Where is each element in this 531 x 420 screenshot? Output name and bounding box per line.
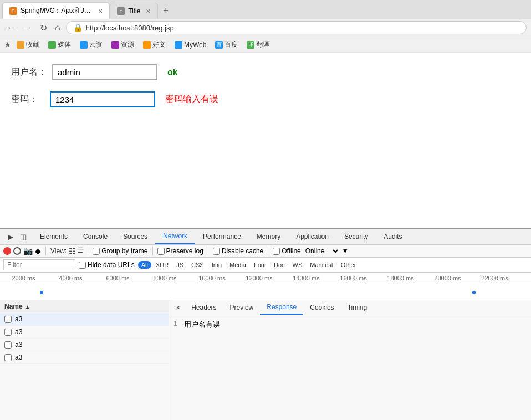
- filter-tag-all[interactable]: All: [138, 261, 151, 269]
- devtools-select-icon[interactable]: ▶: [6, 231, 16, 243]
- bookmark-fanyi[interactable]: 译 翻译: [243, 39, 273, 50]
- filter-tag-doc[interactable]: Doc: [270, 261, 288, 269]
- timeline-labels: 2000 ms 4000 ms 6000 ms 8000 ms 10000 ms…: [0, 273, 531, 283]
- bookmark-label-1: 收藏: [26, 40, 39, 49]
- timeline-label-7: 16000 ms: [330, 275, 377, 281]
- view-grid-button[interactable]: ☷: [69, 247, 76, 255]
- filter-tag-other[interactable]: Other: [338, 261, 360, 269]
- timeline-dot-1: [40, 291, 43, 294]
- request-checkbox-0[interactable]: [4, 316, 12, 323]
- address-url[interactable]: http://localhost:8080/reg.jsp: [86, 24, 519, 32]
- tab-close-1[interactable]: ×: [98, 7, 103, 16]
- bookmark-myweb[interactable]: MyWeb: [171, 40, 210, 50]
- password-input[interactable]: [50, 91, 155, 107]
- detail-tab-response[interactable]: Response: [260, 300, 303, 315]
- bookmark-label-5: 好文: [152, 40, 166, 49]
- tab-close-2[interactable]: ×: [146, 7, 150, 16]
- timeline-dot-2: [472, 291, 476, 294]
- tab-security[interactable]: Security: [336, 229, 376, 244]
- throttle-select[interactable]: Online Offline Slow 3G Fast 3G: [303, 247, 340, 255]
- bookmark-yunzi[interactable]: 云资: [76, 39, 106, 50]
- filter-tag-css[interactable]: CSS: [188, 261, 207, 269]
- bookmark-label-3: 云资: [89, 40, 103, 49]
- stop-button[interactable]: [13, 247, 21, 255]
- detail-tab-preview[interactable]: Preview: [223, 301, 261, 314]
- tab-elements[interactable]: Elements: [32, 229, 75, 244]
- record-button[interactable]: [3, 247, 11, 255]
- detail-tab-cookies[interactable]: Cookies: [303, 301, 340, 314]
- preserve-log-input[interactable]: [157, 248, 165, 255]
- password-status: 密码输入有误: [165, 94, 218, 105]
- request-name-2: a3: [15, 341, 22, 349]
- detail-close-button[interactable]: ×: [171, 301, 185, 314]
- bookmark-baidu[interactable]: 百 百度: [212, 39, 241, 50]
- tab-memory[interactable]: Memory: [249, 229, 288, 244]
- tab-sources[interactable]: Sources: [115, 229, 155, 244]
- hide-data-urls-checkbox[interactable]: Hide data URLs: [79, 261, 135, 269]
- reload-button[interactable]: ↻: [38, 22, 49, 34]
- bookmark-label-2: 媒体: [58, 40, 71, 49]
- request-checkbox-3[interactable]: [4, 354, 12, 361]
- forward-button[interactable]: →: [21, 22, 34, 34]
- bookmark-icon-6: [175, 41, 182, 49]
- group-by-frame-input[interactable]: [93, 248, 100, 255]
- request-name-0: a3: [15, 315, 22, 323]
- group-by-frame-checkbox[interactable]: Group by frame: [93, 247, 147, 255]
- tab-bar: S SpringMVC：Ajax和JSON - 狂 × T Title × +: [0, 0, 531, 19]
- disable-cache-input[interactable]: [213, 248, 220, 255]
- filter-tag-xhr[interactable]: XHR: [152, 261, 172, 269]
- tab-console[interactable]: Console: [75, 229, 115, 244]
- detail-tab-headers[interactable]: Headers: [185, 301, 223, 314]
- page-content: 用户名： ok 密码： 密码输入有误: [0, 53, 531, 228]
- filter-button[interactable]: ◆: [35, 247, 41, 255]
- tab-performance[interactable]: Performance: [195, 229, 249, 244]
- bookmark-shoucang[interactable]: 收藏: [13, 39, 43, 50]
- filter-tag-manifest[interactable]: Manifest: [307, 261, 336, 269]
- tab-network[interactable]: Network: [155, 229, 195, 244]
- detail-panel: × Headers Preview Response Cookies Timin…: [169, 300, 531, 420]
- request-row-2[interactable]: a3: [0, 339, 169, 351]
- bookmark-icon-4: [111, 41, 119, 49]
- hide-data-urls-input[interactable]: [79, 262, 86, 269]
- view-waterfall-button[interactable]: ☰: [77, 247, 83, 255]
- offline-input[interactable]: [273, 248, 280, 255]
- request-list: Name ▲ a3 a3 a3 a3: [0, 300, 169, 420]
- request-list-header: Name ▲: [0, 300, 169, 313]
- disable-cache-checkbox[interactable]: Disable cache: [213, 247, 263, 255]
- request-row-0[interactable]: a3: [0, 313, 169, 326]
- back-button[interactable]: ←: [4, 22, 18, 34]
- devtools-icons: ▶ ◫: [2, 231, 32, 243]
- username-input[interactable]: [52, 64, 157, 80]
- camera-button[interactable]: 📷: [23, 247, 33, 255]
- bookmark-media[interactable]: 媒体: [45, 39, 74, 50]
- request-checkbox-2[interactable]: [4, 341, 12, 349]
- request-row-1[interactable]: a3: [0, 326, 169, 339]
- toolbar-separator-5: [268, 247, 268, 255]
- new-tab-button[interactable]: +: [158, 2, 174, 19]
- filter-tag-ws[interactable]: WS: [289, 261, 306, 269]
- bookmark-ziyuan[interactable]: 资源: [108, 39, 137, 50]
- home-button[interactable]: ⌂: [53, 22, 63, 34]
- filter-tag-img[interactable]: Img: [208, 261, 225, 269]
- bookmark-icon-1: [17, 41, 24, 49]
- address-bar[interactable]: 🔒 http://localhost:8080/reg.jsp: [66, 21, 527, 34]
- filter-input[interactable]: [3, 259, 75, 270]
- offline-checkbox[interactable]: Offline: [273, 247, 300, 255]
- detail-tab-timing[interactable]: Timing: [341, 301, 374, 314]
- request-checkbox-1[interactable]: [4, 329, 12, 336]
- filter-tag-js[interactable]: JS: [173, 261, 187, 269]
- timeline-label-10: 22000 ms: [471, 275, 518, 281]
- tab-active[interactable]: S SpringMVC：Ajax和JSON - 狂 ×: [2, 2, 110, 19]
- preserve-log-checkbox[interactable]: Preserve log: [157, 247, 203, 255]
- sort-arrow: ▲: [25, 304, 30, 310]
- tab-favicon-2: T: [117, 7, 125, 15]
- filter-tag-font[interactable]: Font: [251, 261, 269, 269]
- request-row-3[interactable]: a3: [0, 351, 169, 364]
- bookmark-haowen[interactable]: 好文: [140, 39, 169, 50]
- tab-audits[interactable]: Audits: [376, 229, 410, 244]
- tab-inactive[interactable]: T Title ×: [110, 3, 157, 19]
- tab-application[interactable]: Application: [288, 229, 336, 244]
- bookmarks-bar: ★ 收藏 媒体 云资 资源 好文 MyWeb 百 百度 译: [0, 37, 531, 53]
- devtools-device-icon[interactable]: ◫: [18, 231, 29, 243]
- filter-tag-media[interactable]: Media: [226, 261, 249, 269]
